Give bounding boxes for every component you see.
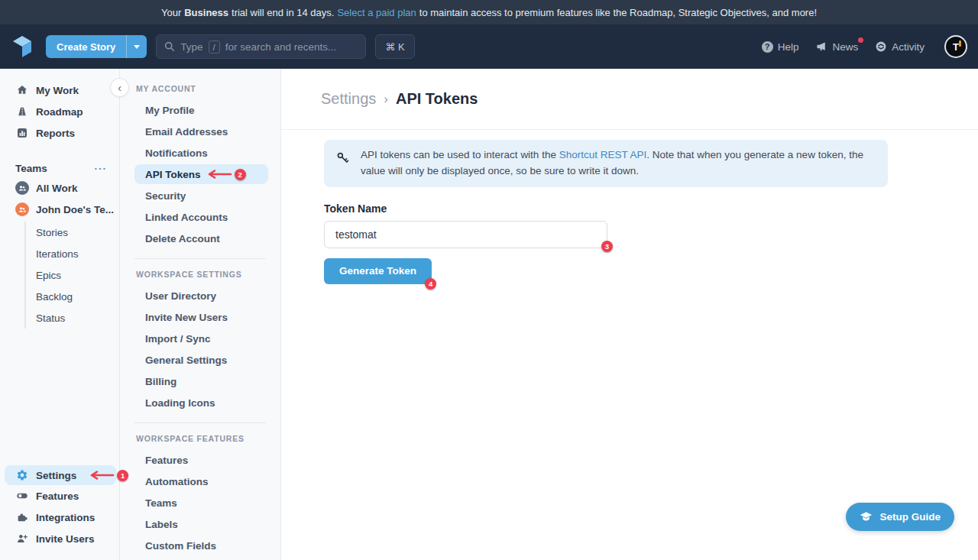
select-paid-plan-link[interactable]: Select a paid plan xyxy=(337,7,416,18)
annotation-badge-2: 2 xyxy=(235,169,246,180)
road-icon xyxy=(15,105,29,118)
settings-nav-item-custom-fields[interactable]: Custom Fields xyxy=(120,535,280,556)
sidebar-item-label: Roadmap xyxy=(36,106,83,118)
search-input[interactable]: Type / for search and recents... xyxy=(156,34,366,59)
sidebar-team-all-work[interactable]: All Work xyxy=(0,177,119,199)
red-arrow-left-icon xyxy=(205,170,232,179)
trial-banner: Your Business trial will end in 14 days.… xyxy=(0,0,978,24)
command-k-shortcut-badge[interactable]: ⌘ K xyxy=(375,34,414,59)
more-menu-icon[interactable]: ··· xyxy=(95,163,108,174)
settings-nav-item-notifications[interactable]: Notifications xyxy=(120,142,280,163)
sidebar-item-settings-highlight: Settings 1 xyxy=(5,465,116,485)
sidebar-item-roadmap[interactable]: Roadmap xyxy=(0,101,119,122)
megaphone-icon xyxy=(815,40,827,53)
search-placeholder-rest: for search and recents... xyxy=(225,41,337,53)
team-avatar-icon xyxy=(15,202,29,216)
main-content: Settings › API Tokens API tokens can be … xyxy=(281,69,978,560)
sidebar-subitem-status[interactable]: Status xyxy=(36,307,119,329)
banner-text: trial will end in 14 days. xyxy=(232,7,334,18)
section-header-my-account: MY ACCOUNT xyxy=(136,84,280,93)
settings-nav-item-import-sync[interactable]: Import / Sync xyxy=(120,328,280,349)
activity-button[interactable]: Activity xyxy=(875,40,925,53)
question-circle-icon: ? xyxy=(762,41,773,53)
sidebar-item-settings[interactable]: Settings 1 xyxy=(5,465,116,485)
shortcut-logo-icon[interactable] xyxy=(11,35,34,58)
setup-guide-button[interactable]: Setup Guide xyxy=(846,503,954,531)
sidebar-subitem-stories[interactable]: Stories xyxy=(36,222,119,243)
sidebar-collapse-button[interactable]: ‹ xyxy=(110,78,129,97)
help-button[interactable]: ? Help xyxy=(762,41,799,53)
toggle-icon xyxy=(15,490,29,502)
sidebar-item-label: Invite Users xyxy=(36,533,95,545)
sidebar-item-my-work[interactable]: My Work xyxy=(0,79,119,101)
token-name-input[interactable] xyxy=(324,221,607,248)
sidebar-item-label: Features xyxy=(36,490,79,502)
settings-nav-item-invite-new-users[interactable]: Invite New Users xyxy=(120,306,280,328)
sidebar-item-integrations[interactable]: Integrations xyxy=(0,507,119,528)
settings-nav-item-automations[interactable]: Automations xyxy=(120,471,280,492)
person-plus-icon xyxy=(15,532,29,545)
news-label: News xyxy=(832,41,858,53)
settings-nav-item-linked-accounts[interactable]: Linked Accounts xyxy=(120,206,280,228)
settings-nav-item-delete-account[interactable]: Delete Account xyxy=(120,228,280,249)
puzzle-icon xyxy=(15,511,29,523)
info-box-text: API tokens can be used to interact with … xyxy=(361,147,874,180)
banner-text: to maintain access to premium features l… xyxy=(419,7,817,18)
token-name-input-wrap: 3 xyxy=(324,221,607,248)
sidebar-subitem-iterations[interactable]: Iterations xyxy=(36,243,119,264)
breadcrumb-separator-icon: › xyxy=(384,92,388,107)
settings-nav-item-general-settings[interactable]: General Settings xyxy=(120,349,280,371)
teams-section-header: Teams ··· xyxy=(15,160,107,176)
settings-nav-item-features[interactable]: Features xyxy=(120,449,280,471)
create-story-split-button: Create Story xyxy=(46,35,147,58)
sidebar-item-label: Reports xyxy=(36,128,75,139)
divider xyxy=(134,258,266,259)
sidebar-item-label: My Work xyxy=(36,85,79,96)
team-subnav: Stories Iterations Epics Backlog Status xyxy=(24,222,119,329)
settings-nav-item-billing[interactable]: Billing xyxy=(120,371,280,392)
sidebar-item-label: Settings xyxy=(36,470,76,481)
chevron-down-icon xyxy=(134,45,140,49)
annotation-step-2: 2 xyxy=(205,169,246,180)
search-placeholder-type: Type xyxy=(180,41,202,53)
settings-nav-item-email-addresses[interactable]: Email Addresses xyxy=(120,121,280,142)
user-avatar[interactable]: T xyxy=(944,35,967,58)
settings-nav-item-security[interactable]: Security xyxy=(120,185,280,206)
info-text-before: API tokens can be used to interact with … xyxy=(361,149,556,160)
create-story-label: Create Story xyxy=(57,41,115,53)
settings-nav-item-teams[interactable]: Teams xyxy=(120,492,280,513)
sidebar-subitem-epics[interactable]: Epics xyxy=(36,264,119,286)
sidebar-item-invite-users[interactable]: Invite Users xyxy=(0,528,119,549)
page-title: API Tokens xyxy=(396,90,478,108)
generate-token-button[interactable]: Generate Token xyxy=(324,258,432,284)
generate-token-button-wrap: Generate Token 4 xyxy=(324,258,432,284)
sidebar-item-features[interactable]: Features xyxy=(0,485,119,507)
shortcut-rest-api-link[interactable]: Shortcut REST API xyxy=(559,149,647,160)
setup-guide-label: Setup Guide xyxy=(879,511,941,523)
settings-nav-item-label: API Tokens xyxy=(145,169,201,180)
annotation-badge-3: 3 xyxy=(601,241,613,252)
breadcrumb-settings[interactable]: Settings xyxy=(321,90,376,108)
create-story-dropdown-button[interactable] xyxy=(126,35,147,58)
settings-nav-item-api-tokens[interactable]: API Tokens 2 xyxy=(134,164,268,184)
news-button[interactable]: News xyxy=(815,40,858,53)
help-label: Help xyxy=(778,41,799,53)
settings-nav-item-labels[interactable]: Labels xyxy=(120,513,280,535)
settings-nav-item-loading-icons[interactable]: Loading Icons xyxy=(120,392,280,413)
slash-key-icon: / xyxy=(209,40,220,53)
activity-label: Activity xyxy=(892,41,925,53)
app-body: ‹ My Work Roadmap Reports Teams ··· xyxy=(0,69,978,560)
sidebar-subitem-backlog[interactable]: Backlog xyxy=(36,286,119,307)
avatar-initial: T xyxy=(953,41,959,53)
create-story-button[interactable]: Create Story xyxy=(46,35,126,58)
sidebar-team-john-does-team[interactable]: John Doe's Te... xyxy=(0,199,119,220)
graduation-cap-icon xyxy=(860,511,873,523)
annotation-badge-4: 4 xyxy=(425,278,436,290)
annotation-badge-1: 1 xyxy=(117,470,128,481)
sidebar-team-label: John Doe's Te... xyxy=(36,204,114,215)
settings-nav-item-user-directory[interactable]: User Directory xyxy=(120,285,280,306)
navbar-right-group: ? Help News Activity T xyxy=(762,35,967,58)
sidebar-item-reports[interactable]: Reports xyxy=(0,122,119,144)
settings-nav-item-my-profile[interactable]: My Profile xyxy=(120,99,280,121)
section-header-workspace-settings: WORKSPACE SETTINGS xyxy=(136,270,280,279)
